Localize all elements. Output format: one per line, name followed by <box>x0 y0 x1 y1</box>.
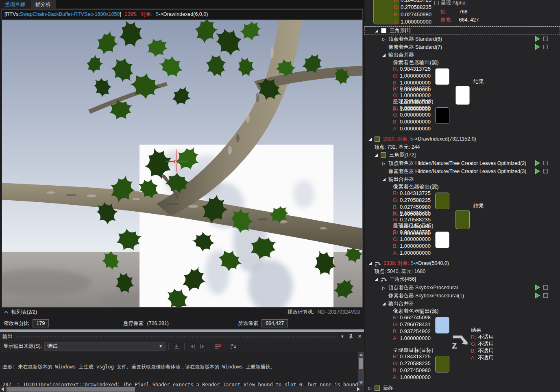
tree-row-event-2338[interactable]: 2338: 对象: 5->Draw(5040,0) <box>364 259 560 268</box>
word-wrap-icon[interactable]: abc <box>229 342 239 351</box>
scrollbar-thumb[interactable] <box>359 358 363 369</box>
tree-row-triangle-1[interactable]: 三角形[1] <box>364 26 560 35</box>
tree-row-output-merger[interactable]: 输出合并器 <box>364 300 560 308</box>
shader-checkbox[interactable] <box>543 285 548 290</box>
collapsed-icon[interactable]: ▷ <box>382 37 388 41</box>
expanded-icon[interactable] <box>375 29 378 32</box>
object-id[interactable]: 5 <box>410 136 413 142</box>
object-label: 对象: <box>397 136 409 142</box>
prev-message-icon[interactable] <box>187 342 197 351</box>
res-r: 0.984313725 <box>400 85 431 91</box>
depth-fail-icon <box>381 276 387 283</box>
log-vertical-scrollbar[interactable] <box>358 352 364 386</box>
draw-call: ->DrawIndexed(732,1152,0) <box>413 136 476 142</box>
expanded-icon[interactable] <box>382 178 386 181</box>
log-horizontal-scrollbar[interactable] <box>0 386 364 392</box>
src-b: 0.937254902 <box>400 328 431 334</box>
tree-row-output-merger[interactable]: 输出合并器 <box>364 51 560 59</box>
result-title: 结果 <box>471 327 482 334</box>
close-icon[interactable]: × <box>358 333 362 340</box>
hover-pixel: 悬停像素 (726,281) <box>123 320 169 327</box>
res-b: 1.000000000 <box>400 99 431 105</box>
next-message-icon[interactable] <box>197 342 207 351</box>
hover-pixel-label: 悬停像素 <box>123 321 144 326</box>
tree-row-vertex-shader[interactable]: ▷ 顶点着色器 Hidden/Nature/Tree Creator Leave… <box>364 159 560 167</box>
tree-row-triangle-456[interactable]: 三角形[456] <box>364 275 560 284</box>
scrollbar-thumb[interactable] <box>7 387 135 392</box>
log-line: 207 : ID3D11DeviceContext::DrawIndexed: … <box>2 382 356 386</box>
object-id[interactable]: 5 <box>411 260 414 266</box>
find-message-icon[interactable] <box>172 342 181 351</box>
selected-pixel-value-field[interactable]: 664,427 <box>261 319 288 327</box>
expanded-icon[interactable] <box>382 302 386 305</box>
output-merger-block: 像素着色器输出(源) R:0.984313725 G:1.000000000 B… <box>364 59 560 133</box>
color-swatch <box>381 28 386 33</box>
tree-row-pixel-shader[interactable]: 像素着色器 Hidden/Nature/Tree Creator Leaves … <box>364 167 560 175</box>
window-position-icon[interactable]: ▾ <box>341 334 344 339</box>
rtv-name[interactable]: SwapChain-BackBuffer-RTVSec-1680x1050 <box>20 11 120 17</box>
tree-row-output-merger[interactable]: 输出合并器 <box>364 175 560 183</box>
play-shader-icon[interactable] <box>534 292 540 300</box>
tab-render-target[interactable]: 呈现目标 <box>0 0 30 9</box>
result-color-swatch <box>455 210 470 229</box>
tree-row-triangle-172[interactable]: 三角形[172] <box>364 151 560 159</box>
r-value: 0.184313725 <box>401 0 431 3</box>
dst-a: 0.000000000 <box>400 126 431 132</box>
collapsed-icon[interactable]: ▷ <box>382 161 388 166</box>
shader-checkbox[interactable] <box>543 37 548 41</box>
collapsed-icon[interactable]: ▷ <box>368 386 375 390</box>
pixel-history-header: R:0.184313725 G:0.270588235 B:0.02745098… <box>364 0 560 26</box>
tree-row-vertex-shader[interactable]: ▷ 顶点着色器 Skybox/Procedural <box>364 284 560 292</box>
shader-checkbox[interactable] <box>543 169 548 173</box>
expanded-icon[interactable] <box>368 138 372 141</box>
play-shader-icon[interactable] <box>534 36 540 43</box>
output-title-bar[interactable]: 输出 ▾ × <box>0 332 364 341</box>
tree-row-pixel-shader[interactable]: 像素着色器 Skybox/Procedural(1) <box>364 292 560 300</box>
render-target-viewport[interactable] <box>2 20 363 308</box>
expanded-icon[interactable] <box>375 154 378 157</box>
output-toolbar: 显示输出来源(S): 调试 ▼ <box>0 341 364 352</box>
svg-text:c: c <box>231 346 232 349</box>
frame-list-label[interactable]: 帧列表(2/2) <box>11 309 37 316</box>
shader-checkbox[interactable] <box>543 293 548 298</box>
output-merger-block: 像素着色器输出(源) R:0.662745098 G:0.796078431 B… <box>364 308 560 384</box>
zoom-value-field[interactable]: 179 <box>33 319 49 327</box>
expanded-icon[interactable] <box>368 262 372 265</box>
shader-checkbox[interactable] <box>543 45 548 49</box>
expanded-icon[interactable] <box>382 54 386 57</box>
src-r: 0.184313725 <box>400 190 431 196</box>
combobox-dropdown-icon[interactable]: ▼ <box>159 344 163 349</box>
selected-pixel-label: 所选像素 <box>238 320 258 327</box>
render-alpha-checkbox[interactable]: 呈现 Alpha <box>434 0 465 6</box>
res-r: 不适用 <box>478 334 494 340</box>
output-source-combobox[interactable]: 调试 ▼ <box>44 342 166 351</box>
tree-row-pixel-shader[interactable]: 像素着色器 Standard(7) <box>364 43 560 51</box>
collapse-chevron-icon[interactable] <box>4 310 9 314</box>
src-r: 0.662745098 <box>400 314 431 321</box>
play-shader-icon[interactable] <box>534 168 540 175</box>
checkbox-icon[interactable] <box>434 1 439 5</box>
play-shader-icon[interactable] <box>534 44 540 51</box>
a-value: 1.000000000 <box>401 19 431 25</box>
play-shader-icon[interactable] <box>534 284 540 292</box>
shader-checkbox[interactable] <box>543 161 548 165</box>
scroll-left-icon[interactable] <box>1 387 4 391</box>
output-title: 输出 <box>2 333 13 340</box>
event-id: 2320: <box>383 136 396 142</box>
clear-all-icon[interactable] <box>213 342 223 351</box>
scroll-right-icon[interactable] <box>357 387 360 391</box>
current-event-header: [RTVs:SwapChain-BackBuffer-RTVSec-1680x1… <box>1 9 363 19</box>
tab-frame-analysis[interactable]: 帧分析 <box>31 0 56 9</box>
expanded-icon[interactable] <box>375 278 378 281</box>
scroll-down-icon[interactable] <box>359 381 363 384</box>
tree-row-vertex-shader[interactable]: ▷ 顶点着色器 Standard(6) <box>364 35 560 43</box>
play-shader-icon[interactable] <box>534 160 540 167</box>
collapsed-icon[interactable]: ▷ <box>382 286 388 290</box>
pin-icon[interactable] <box>349 334 353 339</box>
scroll-up-icon[interactable] <box>359 353 363 356</box>
tree-row-event-2320[interactable]: 2320: 对象: 5->DrawIndexed(732,1152,0) <box>364 135 560 143</box>
output-log[interactable]: 图形: 未在最新版本的 Windows 上生成 vsglog 文件。若要获取最佳… <box>0 352 364 386</box>
tree-row-final[interactable]: ▷ 最终 <box>364 384 560 392</box>
object-label: 对象: <box>141 11 152 17</box>
dst-a: 1.000000000 <box>400 374 431 380</box>
